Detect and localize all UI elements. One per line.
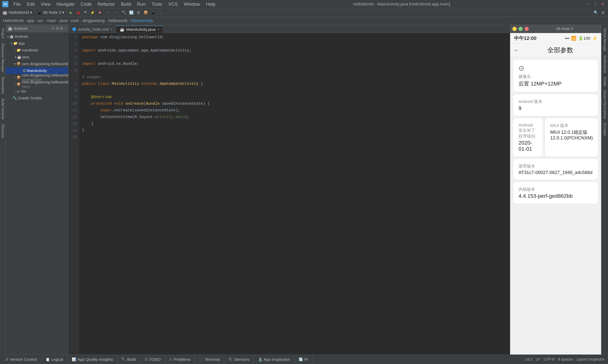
line-ending[interactable]: LF (536, 357, 540, 362)
build-button[interactable]: 🔨 (121, 9, 128, 16)
tab-close-java[interactable]: ✕ (157, 28, 160, 31)
sidebar-tool-structure[interactable]: Structure (0, 122, 5, 140)
right-strip-notifications[interactable]: Notifications (602, 53, 608, 75)
panel-header-settings[interactable]: ☰ (56, 26, 59, 31)
menu-help[interactable]: Help (204, 1, 218, 8)
menu-navigate[interactable]: Navigate (54, 1, 77, 8)
tree-label-com-test: com.dingjiaxiong.helloworld (test) (22, 80, 68, 89)
sidebar-tool-build-variants[interactable]: Build Variants (0, 97, 5, 121)
device-minimize-button[interactable] (512, 27, 517, 31)
tree-item-manifests[interactable]: › 📁 manifests (6, 47, 68, 53)
sync-button[interactable]: 🔄 (128, 9, 135, 16)
status-tab-label-terminal: Terminal (205, 357, 220, 362)
close-button[interactable]: ✕ (600, 1, 606, 7)
breadcrumb-main[interactable]: main (47, 18, 56, 23)
right-strip-emulator[interactable]: Emulator (602, 121, 608, 138)
more-button[interactable]: ⋮ (157, 9, 164, 16)
status-tab-app-quality-insights[interactable]: 📊 App Quality Insights (68, 355, 117, 364)
status-tab-todo[interactable]: ☑ TODO (140, 355, 165, 364)
forward-button[interactable]: → (112, 9, 119, 16)
code-editor[interactable]: package com.dingjiaxiong.helloworld; imp… (79, 33, 510, 354)
tab-activity-main-xml[interactable]: 🔷 activity_main.xml ✕ (68, 26, 116, 33)
status-tab-terminal[interactable]: ⬛ Terminal (195, 355, 224, 364)
breadcrumb-src[interactable]: src (38, 18, 43, 23)
status-tab-label-problems: Problems (174, 357, 191, 362)
breadcrumb-java[interactable]: java (60, 18, 67, 23)
avd-manager-button[interactable]: 📱 (150, 9, 156, 16)
sdk-manager-button[interactable]: 📦 (142, 9, 149, 16)
build-tools: 🔨 🔄 ⚙ 📦 📱 ⋮ (120, 8, 164, 16)
menu-edit[interactable]: Edit (24, 1, 37, 8)
menu-run[interactable]: Run (134, 1, 148, 8)
menu-refactor[interactable]: Refactor (95, 1, 118, 8)
breadcrumb-com[interactable]: com (71, 18, 79, 23)
status-tab-app-inspection[interactable]: 🔬 App Inspection (254, 355, 295, 364)
sidebar-tool-resource-manager[interactable]: Resource Manager (0, 41, 5, 74)
panel-header-sync[interactable]: ↻ (52, 26, 55, 31)
device-body: ⊙ 摄像头 后置 12MP+12MP Android 版本 9 Android … (510, 57, 601, 354)
breadcrumb-app[interactable]: app (27, 18, 34, 23)
settings-button[interactable]: ⚙ (135, 9, 142, 16)
back-button[interactable]: ← (105, 9, 112, 16)
status-tab-pr[interactable]: 🔃 Pr (295, 355, 313, 364)
indent-size[interactable]: 4 spaces (558, 357, 573, 362)
breadcrumb-project[interactable]: HelloWorld (3, 18, 23, 23)
right-strip-gradle[interactable]: Gradle (602, 75, 608, 88)
status-tab-build[interactable]: 🔨 Build (117, 355, 140, 364)
menu-window[interactable]: Window (181, 1, 203, 8)
tree-item-res[interactable]: › 🗂 res (6, 88, 68, 95)
status-tab-services[interactable]: 🔌 Services (224, 355, 254, 364)
right-strip-device-manager[interactable]: Device Manager (602, 26, 608, 53)
cursor-position[interactable]: 14:2 (525, 357, 532, 362)
app-selector[interactable]: 🤖 HelloWorld ▾ (0, 8, 35, 16)
profile-button[interactable]: ⚡ (89, 9, 96, 16)
tree-item-android[interactable]: ▾ 🤖 Android (6, 33, 68, 40)
menu-vcs[interactable]: VCS (166, 1, 180, 8)
tree-item-app[interactable]: ▾ 📁 app (6, 40, 68, 47)
settings-gear-button[interactable]: ⚙ (600, 9, 607, 16)
status-tab-logcat[interactable]: 📋 Logcat (41, 355, 68, 364)
menu-file[interactable]: File (11, 1, 23, 8)
status-tab-version-control[interactable]: ⎇ Version Control (0, 355, 41, 364)
tree-item-gradle[interactable]: › 🔧 Gradle Scripts (6, 95, 68, 102)
right-strip-device-file-explorer[interactable]: Device File Explorer (602, 88, 608, 121)
logcat-icon: 📋 (46, 357, 50, 362)
device-more-icon: ••• (565, 36, 569, 41)
menu-tools[interactable]: Tools (149, 1, 165, 8)
tree-icon-app: 📁 (13, 41, 17, 45)
stop-button[interactable]: ■ (96, 9, 103, 16)
run-button[interactable]: ▶ (67, 9, 74, 16)
breadcrumb-sep-1: › (25, 18, 26, 23)
status-tab-problems[interactable]: ⚠ Problems (165, 355, 195, 364)
sidebar-tool-project[interactable]: Project (0, 26, 5, 41)
tree-item-com-test[interactable]: › 📦 com.dingjiaxiong.helloworld (test) (6, 81, 68, 88)
tree-icon-mainactivity: C (23, 69, 26, 73)
menu-view[interactable]: View (38, 1, 53, 8)
tree-item-com-main[interactable]: ▾ 📦 com.dingjiaxiong.helloworld (6, 60, 68, 67)
tree-icon-com-main: 📦 (16, 62, 21, 66)
breadcrumb-helloworld[interactable]: helloworld (108, 18, 127, 23)
maximize-button[interactable]: □ (592, 1, 598, 7)
search-everywhere-button[interactable]: 🔍 (592, 9, 599, 16)
device-maximize-button[interactable] (518, 27, 523, 31)
menu-code[interactable]: Code (78, 1, 94, 8)
breadcrumb-dingjiaxiong[interactable]: dingjiaxiong (83, 18, 105, 23)
tab-close-xml[interactable]: ✕ (110, 27, 113, 31)
menu-build[interactable]: Build (118, 1, 134, 8)
tree-icon-manifests: 📁 (16, 48, 21, 52)
panel-header-gear[interactable]: ⚙ (60, 26, 63, 31)
sidebar-tool-bookmarks[interactable]: Bookmarks (0, 75, 5, 96)
panel-collapse-btn[interactable]: − (64, 26, 66, 30)
device-close-button[interactable] (525, 27, 529, 31)
tab-mainactivity-java[interactable]: ☕ MainActivity.java ✕ (116, 26, 163, 33)
encoding[interactable]: UTF-8 (543, 357, 555, 362)
run-with-coverage-button[interactable]: ☂ (82, 9, 89, 16)
layout-inspector[interactable]: Layout Inspector (576, 357, 605, 362)
breadcrumb-mainactivity[interactable]: MainActivity (131, 18, 153, 23)
debug-button[interactable]: 🐞 (75, 9, 81, 16)
android-label: HelloWorld (9, 10, 29, 15)
run-target-selector[interactable]: 📱 Mi Note 3 ▾ (35, 8, 67, 16)
device-back-button[interactable]: ← (514, 47, 519, 53)
minimize-button[interactable]: ─ (585, 1, 591, 7)
tree-item-java[interactable]: ▾ ☕ java (6, 53, 68, 60)
